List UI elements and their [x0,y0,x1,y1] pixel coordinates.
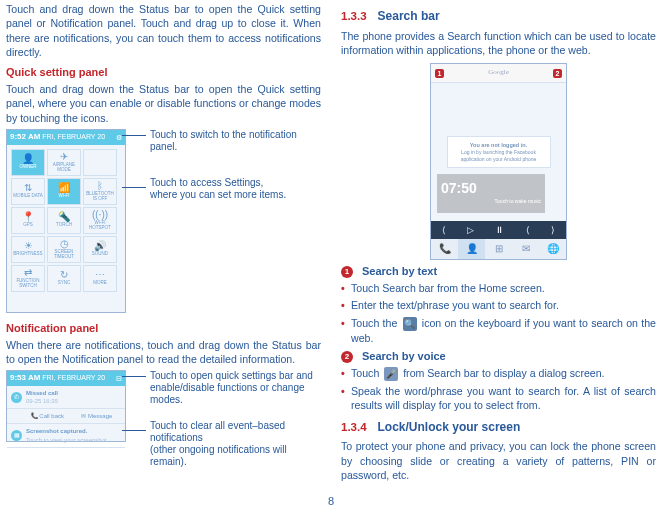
notif-actions: 📞 Call back ✉ Message [7,409,125,424]
fwd-icon: ⟨ [526,224,530,236]
callout-quick-settings: Touch to open quick settings bar and ena… [132,370,321,406]
callout-tag-1: 1 [435,69,444,78]
page-number: 8 [0,494,662,509]
lock-clock: 07:50 Touch to wake music [437,174,545,213]
dock-icons: 📞 👤 ⊞ ✉ 🌐 [431,239,566,259]
sbt-step-1: Touch Search bar from the Home screen. [341,281,656,295]
dial-icon: 📞 [431,239,458,259]
intro-text: Touch and drag down the Status bar to op… [6,2,321,59]
notif-screenshot: ▦ Screenshot captured. Touch to view you… [7,424,125,447]
media-controls: ⟨ ▷ ⏸ ⟨ ⟩ [431,221,566,239]
sbv-step-2: Speak the word/phrase you want to search… [341,384,656,413]
sbt-step-3: Touch the 🔍 icon on the keyboard if you … [341,316,656,346]
data-icon: ⇅ [24,183,32,193]
notif-missed-call: ✆ Missed call 09-25 16:35 [7,386,125,409]
contacts-icon: 👤 [458,239,485,259]
phone-statusbar-2: 9:53 AM FRI, FEBRUARY 20 ⊟ [7,371,125,386]
message-icon: ✉ [512,239,539,259]
pause-icon: ⏸ [495,224,504,236]
more-icon: ⋯ [95,270,105,280]
notification-panel-para: When there are notifications, touch and … [6,338,321,367]
notification-figure: 9:53 AM FRI, FEBRUARY 20 ⊟ ✆ Missed call… [6,370,321,472]
search-by-voice-heading: 2 Search by voice [341,349,656,364]
image-icon: ▦ [11,430,22,441]
section-search-bar: 1.3.3 Search bar [341,8,656,25]
search-brand: Google [488,68,509,77]
phone-icon: ✆ [11,392,22,403]
search-bar-para: The phone provides a Search function whi… [341,29,656,58]
quick-setting-para: Touch and drag down the Status bar to op… [6,82,321,125]
lock-unlock-para: To protect your phone and privacy, you c… [341,439,656,482]
sync-icon: ↻ [60,270,68,280]
airplane-icon: ✈ [60,152,68,162]
sbt-step-2: Enter the text/phrase you want to search… [341,298,656,312]
user-icon: 👤 [22,154,34,164]
gps-icon: 📍 [22,212,34,222]
timeout-icon: ◷ [60,239,69,249]
callout-tag-2: 2 [553,69,562,78]
section-lock-unlock: 1.3.4 Lock/Unlock your screen [341,419,656,436]
sbv-step-1: Touch 🎤 from Search bar to display a dia… [341,366,656,381]
browser-icon: 🌐 [539,239,566,259]
login-card: You are not logged in. Log in by launchi… [447,136,551,168]
phone-statusbar: 9:52 AM FRI, FEBRUARY 20 ⚙ [7,130,125,145]
quick-setting-heading: Quick setting panel [6,65,321,80]
search-by-text-heading: 1 Search by text [341,264,656,279]
search-phone: 1 Google 2 You are not logged in. Log in… [430,63,567,260]
switch-icon: ⇄ [24,268,32,278]
brightness-icon: ☀ [24,241,33,251]
play-icon: ▷ [467,224,474,236]
hotspot-icon: ((·)) [92,210,108,220]
notification-phone: 9:53 AM FRI, FEBRUARY 20 ⊟ ✆ Missed call… [6,370,126,442]
next-icon: ⟩ [551,224,555,236]
callout-clear-notifications: Touch to clear all event–based notificat… [132,420,321,468]
callout-settings: Touch to access Settings, where you can … [132,177,321,201]
quick-setting-phone: 9:52 AM FRI, FEBRUARY 20 ⚙ 👤OWNER ✈AIRPL… [6,129,126,313]
search-icon: 🔍 [403,317,417,331]
bluetooth-icon: ᛒ [97,181,103,191]
notification-panel-heading: Notification panel [6,321,321,336]
prev-icon: ⟨ [442,224,446,236]
apps-icon: ⊞ [485,239,512,259]
mic-icon: 🎤 [384,367,398,381]
callout-notification-panel: Touch to switch to the notification pane… [132,129,321,153]
sound-icon: 🔊 [94,241,106,251]
torch-icon: 🔦 [58,212,70,222]
quick-setting-figure: 9:52 AM FRI, FEBRUARY 20 ⚙ 👤OWNER ✈AIRPL… [6,129,321,313]
wifi-icon: 📶 [58,183,70,193]
